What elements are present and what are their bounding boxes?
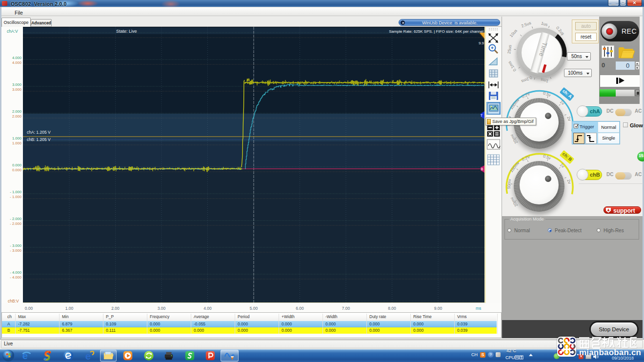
svg-text:T: T: [481, 114, 483, 117]
svg-text:B: B: [481, 167, 483, 171]
svg-text:Sample Rate: 625K SPS. | FIFO: Sample Rate: 625K SPS. | FIFO size: 64K …: [389, 29, 483, 34]
svg-text:CPU: CPU: [505, 355, 515, 360]
svg-text:chA: 1.205 V: chA: 1.205 V: [27, 130, 51, 135]
svg-text:State: Live: State: Live: [116, 29, 137, 34]
svg-text:e: e: [85, 351, 91, 361]
svg-text:9.9: 9.9: [479, 41, 484, 45]
svg-text:chB: 1.205 V: chB: 1.205 V: [27, 137, 51, 142]
